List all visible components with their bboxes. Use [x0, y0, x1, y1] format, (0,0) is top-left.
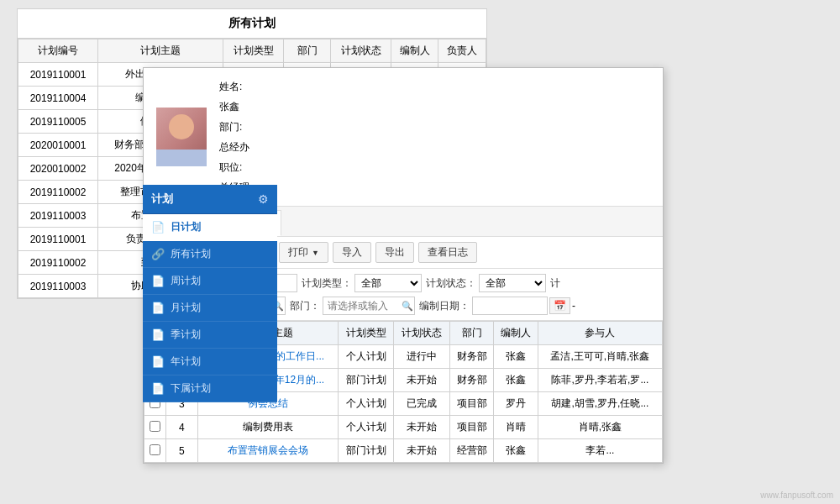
sidebar-item-label: 所有计划 [171, 247, 211, 261]
sidebar-item-label: 日计划 [171, 220, 201, 234]
bg-table-cell: 2020010002 [18, 157, 98, 181]
main-col-header: 计划类型 [338, 322, 393, 345]
bg-table-cell: 2019110005 [18, 110, 98, 134]
sidebar-item-label: 年计划 [171, 354, 201, 369]
sidebar-item-日计划[interactable]: 📄日计划 [143, 214, 277, 241]
date-input-group: 📅 - [472, 297, 575, 315]
bg-panel-title: 所有计划 [18, 9, 486, 39]
bg-table-cell: 2019110001 [18, 228, 98, 251]
table-row[interactable]: 4编制费用表个人计划未开始项目部肖晴肖晴,张鑫 [144, 416, 663, 439]
status-field-group: 计划状态： 全部未开始进行中已完成 [426, 274, 546, 292]
sidebar-item-下属计划[interactable]: 📄下属计划 [143, 375, 277, 402]
extra-label: 计 [550, 276, 560, 291]
document-icon: 🔗 [151, 248, 165, 260]
type-select[interactable]: 全部个人计划部门计划 [354, 274, 422, 292]
sidebar-item-label: 月计划 [171, 301, 201, 315]
bg-col-header: 计划编号 [18, 39, 98, 63]
bg-table-cell: 2019110002 [18, 251, 98, 275]
date-picker-icon[interactable]: 📅 [549, 297, 570, 314]
document-icon: 📄 [151, 328, 165, 341]
watermark: www.fanpusoft.com [760, 491, 833, 500]
dept-search-icon[interactable]: 🔍 [402, 301, 413, 312]
row-number: 5 [165, 439, 197, 463]
topic-link[interactable]: 布置营销展会会场 [228, 444, 308, 456]
document-icon: 📄 [151, 302, 165, 314]
main-col-header: 参与人 [538, 322, 662, 345]
print-button[interactable]: 打印 ▼ [279, 242, 328, 263]
status-select[interactable]: 全部未开始进行中已完成 [479, 274, 546, 292]
bg-table-cell: 2019110003 [18, 275, 98, 298]
row-checkbox[interactable] [150, 421, 160, 432]
date-label: 编制日期： [419, 299, 470, 313]
dept-cell: 财务部 [449, 345, 493, 369]
main-col-header: 计划状态 [394, 322, 449, 345]
row-number: 4 [165, 416, 197, 439]
bg-col-header: 部门 [284, 39, 331, 63]
document-icon: 📄 [151, 382, 165, 395]
editor-cell: 罗丹 [494, 392, 538, 416]
document-icon: 📄 [151, 355, 165, 368]
user-details: 姓名: 张鑫 部门: 总经办 职位: 总经理 [219, 76, 249, 197]
bg-col-header: 计划主题 [98, 39, 223, 63]
avatar [156, 108, 207, 166]
bg-table-cell: 2019110003 [18, 204, 98, 228]
main-col-header: 部门 [449, 322, 493, 345]
import-button[interactable]: 导入 [333, 242, 371, 263]
bg-col-header: 计划类型 [223, 39, 284, 63]
topic-cell: 编制费用表 [198, 416, 339, 439]
type-field-group: 计划类型： 全部个人计划部门计划 [302, 274, 422, 292]
view-log-button[interactable]: 查看日志 [418, 242, 477, 263]
bg-table-cell: 2019110002 [18, 181, 98, 204]
bg-col-header: 编制人 [391, 39, 438, 63]
date-start-input[interactable] [472, 297, 548, 315]
bg-table-cell: 2019110004 [18, 87, 98, 110]
sidebar-item-年计划[interactable]: 📄年计划 [143, 349, 277, 375]
type-cell: 部门计划 [338, 369, 393, 392]
participants-cell: 陈菲,罗丹,李若若,罗... [538, 369, 662, 392]
type-cell: 个人计划 [338, 416, 393, 439]
date-separator: - [572, 300, 575, 312]
bg-col-header: 计划状态 [331, 39, 391, 63]
user-name: 姓名: 张鑫 [219, 76, 249, 117]
status-cell: 未开始 [394, 439, 449, 463]
export-button[interactable]: 导出 [375, 242, 414, 263]
table-row[interactable]: 5布置营销展会会场部门计划未开始经营部张鑫李若... [144, 439, 663, 463]
sidebar-item-月计划[interactable]: 📄月计划 [143, 295, 277, 322]
type-cell: 个人计划 [338, 345, 393, 369]
document-icon: 📄 [151, 275, 165, 287]
status-cell: 进行中 [394, 345, 449, 369]
sidebar-item-季计划[interactable]: 📄季计划 [143, 322, 277, 349]
dept-input-wrapper: 🔍 [323, 297, 415, 315]
dept-label: 部门： [290, 299, 320, 313]
bg-table-cell: 2020010001 [18, 134, 98, 157]
dept-cell: 项目部 [449, 392, 493, 416]
status-label: 计划状态： [426, 276, 476, 291]
type-label: 计划类型： [302, 276, 352, 291]
date-field-group: 编制日期： 📅 - [419, 297, 575, 315]
participants-cell: 孟洁,王可可,肖晴,张鑫 [538, 345, 662, 369]
gear-icon[interactable]: ⚙ [258, 192, 269, 206]
sidebar-item-周计划[interactable]: 📄周计划 [143, 268, 277, 295]
sidebar-header: 计划 ⚙ [143, 185, 277, 214]
status-cell: 已完成 [394, 392, 449, 416]
document-active-icon: 📄 [151, 221, 165, 234]
editor-cell: 张鑫 [494, 439, 538, 463]
sidebar-item-所有计划[interactable]: 🔗所有计划 [143, 241, 277, 268]
status-cell: 未开始 [394, 369, 449, 392]
dept-cell: 项目部 [449, 416, 493, 439]
sidebar-title: 计划 [151, 192, 173, 207]
editor-cell: 张鑫 [494, 369, 538, 392]
sidebar-panel: 计划 ⚙ 📄日计划🔗所有计划📄周计划📄月计划📄季计划📄年计划📄下属计划 [143, 185, 277, 402]
type-cell: 个人计划 [338, 392, 393, 416]
sidebar-item-label: 季计划 [171, 328, 201, 342]
type-cell: 部门计划 [338, 439, 393, 463]
dept-field-group: 部门： 🔍 [290, 297, 415, 315]
participants-cell: 胡建,胡雪,罗丹,任晓... [538, 392, 662, 416]
main-col-header: 编制人 [494, 322, 538, 345]
editor-cell: 肖晴 [494, 416, 538, 439]
row-checkbox[interactable] [150, 444, 160, 455]
participants-cell: 肖晴,张鑫 [538, 416, 662, 439]
user-dept: 部门: 总经办 [219, 117, 249, 157]
sidebar-item-label: 下属计划 [171, 381, 211, 396]
print-dropdown-arrow: ▼ [312, 249, 319, 257]
